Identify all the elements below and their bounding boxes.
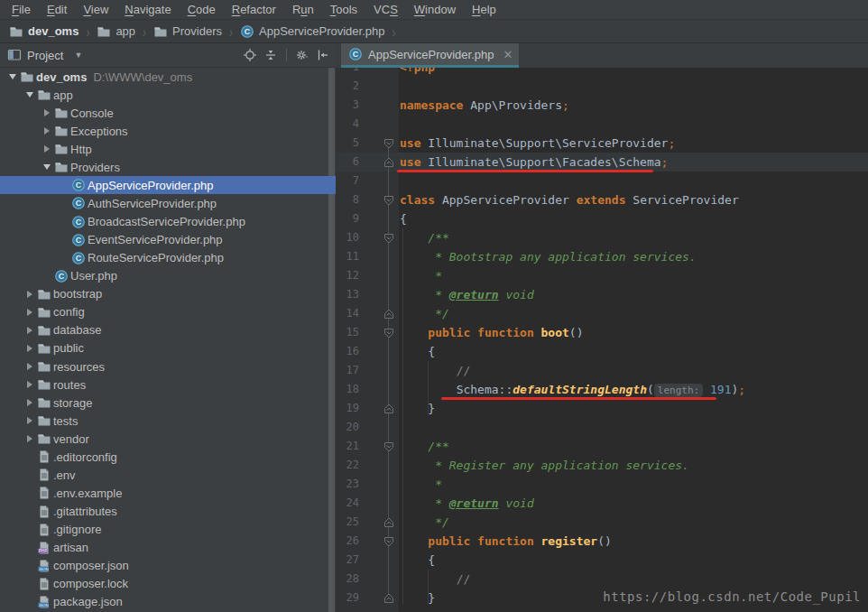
expanded-arrow-icon[interactable] [5, 74, 20, 79]
breadcrumb-providers[interactable]: Providers [152, 24, 224, 39]
code-text: { [400, 551, 435, 570]
fold-up-icon[interactable] [383, 157, 394, 168]
collapsed-arrow-icon[interactable] [39, 109, 54, 116]
collapsed-arrow-icon[interactable] [22, 381, 37, 388]
line-number: 24 [336, 494, 359, 513]
chevron-down-icon[interactable]: ▼ [74, 51, 82, 60]
project-panel-header: Project ▼ [0, 43, 336, 68]
collapsed-arrow-icon[interactable] [22, 345, 37, 352]
tree-item-dev-oms[interactable]: dev_omsD:\WWW\dev_oms [0, 68, 336, 86]
menu-help[interactable]: Help [464, 0, 504, 20]
tree-item-authserviceprovider-php[interactable]: CAuthServiceProvider.php [0, 194, 336, 212]
tree-item-routeserviceprovider-php[interactable]: CRouteServiceProvider.php [0, 249, 336, 267]
menu-navigate[interactable]: Navigate [116, 0, 179, 20]
tree-item-vendor[interactable]: vendor [0, 430, 336, 448]
collapsed-arrow-icon[interactable] [22, 399, 37, 406]
tree-item-user-php[interactable]: CUser.php [0, 267, 336, 285]
menu-tools[interactable]: Tools [322, 0, 365, 20]
tree-item-database[interactable]: database [0, 321, 336, 339]
project-tree: dev_omsD:\WWW\dev_omsappConsoleException… [0, 68, 336, 612]
line-number: 1 [336, 68, 359, 77]
tree-item-config[interactable]: config [0, 303, 336, 321]
line-number: 6 [336, 153, 359, 172]
code-line-22: 22 * Register any application services. [336, 456, 868, 475]
code-editor[interactable]: https://blog.csdn.net/Code_Pupil 1<?php2… [336, 68, 868, 612]
fold-up-icon[interactable] [383, 517, 394, 528]
menu-window[interactable]: Window [406, 0, 464, 20]
breadcrumb: dev_oms›app›Providers›CAppServiceProvide… [0, 20, 868, 43]
collapse-all-icon[interactable] [263, 48, 278, 62]
locate-icon[interactable] [243, 48, 257, 62]
editor-tab-appserviceprovider[interactable]: C AppServiceProvider.php ✕ [341, 43, 519, 68]
tree-item--gitattributes[interactable]: .gitattributes [0, 503, 336, 521]
tree-item--env[interactable]: .env [0, 466, 336, 484]
expanded-arrow-icon[interactable] [22, 92, 37, 97]
fold-up-icon[interactable] [383, 403, 394, 414]
tree-item--editorconfig[interactable]: .editorconfig [0, 448, 336, 466]
breadcrumb-app[interactable]: app [95, 24, 137, 39]
tree-item-http[interactable]: Http [0, 140, 336, 158]
tree-item--gitignore[interactable]: .gitignore [0, 521, 336, 539]
fold-down-icon[interactable] [383, 195, 394, 206]
tree-item-routes[interactable]: routes [0, 376, 336, 394]
tree-item-broadcastserviceprovider-php[interactable]: CBroadcastServiceProvider.php [0, 213, 336, 231]
tree-item-composer-json[interactable]: JSONcomposer.json [0, 557, 336, 575]
collapsed-arrow-icon[interactable] [22, 291, 37, 298]
menu-run[interactable]: Run [284, 0, 322, 20]
php-class-icon: C [54, 269, 70, 283]
breadcrumb-appserviceprovider-php[interactable]: CAppServiceProvider.php [238, 24, 386, 39]
tree-item-console[interactable]: Console [0, 104, 336, 122]
folder-icon [54, 142, 70, 156]
hide-icon[interactable] [316, 48, 330, 62]
fold-down-icon[interactable] [383, 233, 394, 244]
folder-icon [37, 287, 53, 301]
fold-down-icon[interactable] [383, 536, 394, 547]
tree-item-exceptions[interactable]: Exceptions [0, 122, 336, 140]
editor-area: C AppServiceProvider.php ✕ https://blog.… [336, 43, 868, 612]
tree-item-providers[interactable]: Providers [0, 158, 336, 176]
fold-down-icon[interactable] [383, 328, 394, 338]
fold-up-icon[interactable] [383, 309, 394, 320]
code-text: use Illuminate\Support\ServiceProvider; [400, 134, 675, 153]
menu-file[interactable]: File [4, 0, 39, 20]
tree-item-bootstrap[interactable]: bootstrap [0, 285, 336, 303]
menu-view[interactable]: View [75, 0, 116, 20]
settings-icon[interactable] [295, 48, 309, 62]
code-line-8: 8class AppServiceProvider extends Servic… [336, 190, 868, 209]
collapsed-arrow-icon[interactable] [22, 327, 37, 334]
menu-vcs[interactable]: VCS [365, 0, 406, 20]
tree-item-appserviceprovider-php[interactable]: CAppServiceProvider.php [0, 176, 336, 194]
tree-item-tests[interactable]: tests [0, 412, 336, 430]
menu-code[interactable]: Code [180, 0, 224, 20]
collapsed-arrow-icon[interactable] [39, 127, 54, 134]
tree-item-composer-lock[interactable]: composer.lock [0, 575, 336, 593]
line-number: 18 [336, 380, 359, 399]
expanded-arrow-icon[interactable] [39, 164, 54, 170]
collapsed-arrow-icon[interactable] [22, 417, 37, 424]
code-line-3: 3namespace App\Providers; [336, 96, 868, 115]
fold-up-icon[interactable] [383, 593, 394, 604]
breadcrumb-dev-oms[interactable]: dev_oms [7, 24, 80, 39]
collapsed-arrow-icon[interactable] [22, 363, 37, 370]
tree-item-eventserviceprovider-php[interactable]: CEventServiceProvider.php [0, 231, 336, 249]
collapsed-arrow-icon[interactable] [22, 435, 37, 442]
line-number: 19 [336, 399, 359, 418]
fold-down-icon[interactable] [383, 138, 394, 149]
tree-item-app[interactable]: app [0, 86, 336, 104]
menu-edit[interactable]: Edit [39, 0, 75, 20]
collapsed-arrow-icon[interactable] [39, 145, 54, 153]
tree-item-storage[interactable]: storage [0, 394, 336, 412]
tree-item-public[interactable]: public [0, 339, 336, 357]
menu-refactor[interactable]: Refactor [224, 0, 284, 20]
collapsed-arrow-icon[interactable] [22, 309, 37, 316]
svg-text:C: C [76, 236, 82, 245]
tree-item-artisan[interactable]: PHPartisan [0, 539, 336, 557]
fold-down-icon[interactable] [383, 441, 394, 452]
code-text: // [400, 361, 470, 380]
tree-item-resources[interactable]: resources [0, 357, 336, 376]
svg-text:C: C [59, 272, 65, 281]
project-panel: Project ▼ dev_omsD:\WWW\dev_omsappConsol… [0, 43, 336, 612]
close-icon[interactable]: ✕ [503, 48, 512, 61]
tree-item-package-json[interactable]: JSONpackage.json [0, 593, 336, 611]
tree-item--env-example[interactable]: .env.example [0, 484, 336, 502]
